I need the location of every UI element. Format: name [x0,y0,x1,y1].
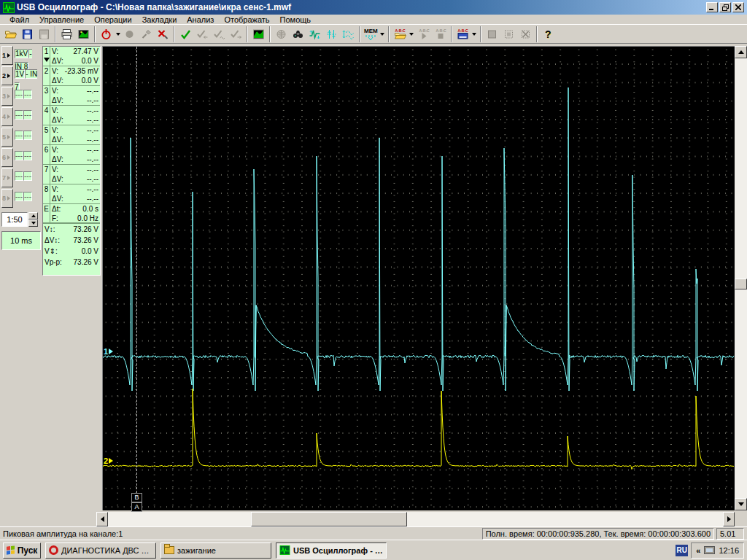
channel-5-input[interactable]: --- [23,131,32,140]
dv-value: --.-- [87,135,98,144]
menu-help[interactable]: Помощь [275,15,317,25]
open-script-button[interactable]: A:B:C [392,26,409,42]
dv-value: 0.0 V [82,76,98,85]
channel-arrow-icon [7,155,12,160]
v-value: --.-- [87,165,98,174]
help-button[interactable]: ? [540,26,557,42]
window-title: USB Осциллограф - C:\Новая папка\зажиган… [17,2,706,12]
channel-8-button[interactable]: 8 [1,189,13,208]
channel-3-input[interactable]: --- [23,90,32,99]
menu-file[interactable]: Файл [4,15,34,25]
search-button[interactable] [290,26,306,42]
channel-2-gain[interactable]: 1V [15,69,25,79]
menu-operations[interactable]: Операции [89,15,136,25]
channel-8-gain[interactable]: --- [15,192,23,201]
minimize-button[interactable] [706,2,718,12]
channel-3-gain[interactable]: --- [15,90,23,99]
channel-2-button[interactable]: 2 [1,66,13,85]
vertical-scrollbar[interactable] [735,46,747,510]
channel-5-button[interactable]: 5 [1,128,13,147]
channel-7-input[interactable]: --- [23,171,32,181]
channel-4-gain[interactable]: --- [15,110,23,120]
channel-arrow-icon [7,135,12,139]
channel-row: 5------ [1,128,41,148]
channel-3-button[interactable]: 3 [1,87,13,106]
measure-channel-number: 3 [44,86,49,96]
menu-analysis[interactable]: Анализ [182,15,219,25]
channel-7-gain[interactable]: --- [15,171,23,181]
oscilloscope-display[interactable]: 1 2 B A [102,46,735,510]
v-label: V: [52,145,58,155]
app-icon [3,2,15,13]
cursor-line[interactable] [136,47,137,493]
memory-dropdown[interactable] [379,26,386,42]
menu-control[interactable]: Управление [34,15,89,25]
channel-controls: 11kV- IN 821V- IN 73------4------5------… [1,46,41,209]
spectrum-view-button[interactable] [250,26,267,42]
measure-row-ch5: 5V:--.--ΔV:--.-- [43,125,100,145]
menu-bookmarks[interactable]: Закладки [137,15,182,25]
cursor-a-handle[interactable]: A [131,502,142,512]
measure-amplitude-button[interactable] [306,26,323,42]
channel-6-input[interactable]: --- [23,151,32,160]
horizontal-scroll-thumb[interactable] [251,512,407,526]
scale-wave-button[interactable] [340,26,357,42]
horizontal-scrollbar[interactable] [96,512,735,526]
open-file-button[interactable] [2,26,19,42]
acquisition-dropdown[interactable] [115,26,121,42]
print-button[interactable] [58,26,75,42]
channel-4-input[interactable]: --- [23,110,32,120]
timebase-button[interactable]: 10 ms [1,231,41,250]
v-label: V: [52,184,58,194]
v-value: --.-- [87,86,98,96]
tray-chevron-button[interactable]: « [696,546,700,555]
system-tray: « 12:16 [691,542,744,559]
taskbar-task-opera[interactable]: ДИАГНОСТИКА ДВС ос... [45,542,156,559]
apply-check-button[interactable] [177,26,194,42]
channel-6-button[interactable]: 6 [1,148,13,167]
start-acquisition-button[interactable] [98,26,115,42]
script-dropdown[interactable] [409,26,415,42]
vertical-scroll-thumb[interactable] [735,279,747,289]
script-editor-button[interactable]: A:B:C [454,26,471,42]
channel-1-button[interactable]: 1 [1,46,13,65]
taskbar-task-folder[interactable]: зажигание [160,542,271,559]
start-button[interactable]: Пуск [3,542,41,559]
restore-button[interactable] [719,2,731,12]
channel-5-gain[interactable]: --- [15,131,23,140]
scroll-down-button[interactable] [735,498,747,510]
v-value: --.-- [87,184,98,194]
scroll-right-button[interactable] [723,512,735,526]
channel-row: 4------ [1,107,41,128]
probe-divider-value[interactable]: 1:50 [1,212,28,227]
close-button[interactable] [732,2,744,12]
channel-7-button[interactable]: 7 [1,168,13,187]
memory-button[interactable]: МЕМ [363,26,379,42]
cursor-b-handle[interactable]: B [131,493,142,502]
editor-dropdown[interactable] [471,26,478,42]
scroll-left-button[interactable] [96,512,108,526]
divider-up-button[interactable] [28,212,38,219]
channel-4-button[interactable]: 4 [1,107,13,126]
language-indicator[interactable]: RU [676,545,688,556]
title-bar[interactable]: USB Осциллограф - C:\Новая папка\зажиган… [0,0,747,15]
menu-display[interactable]: Отображать [219,15,274,25]
menu-bar: Файл Управление Операции Закладки Анализ… [0,15,747,25]
v-label: V: [52,165,58,174]
save-button[interactable] [19,26,36,42]
measure-row-ch3: 3V:--.--ΔV:--.-- [43,86,100,106]
cursor-v2-label: V⇕: [44,246,58,257]
network-icon[interactable] [704,546,715,554]
channel-1-gain[interactable]: 1kV [15,49,28,58]
channel2-marker[interactable]: 2 [104,456,116,465]
channel-8-input[interactable]: --- [23,192,32,201]
measurement-panel: 1V:27.47 VΔV:0.0 V2V:-23.35 mVΔV:0.0 V3V… [42,46,101,276]
cursor-measure-button[interactable] [323,26,340,42]
delete-setup-button[interactable] [155,26,171,42]
channel1-marker[interactable]: 1 [104,347,116,356]
export-image-button[interactable] [75,26,92,42]
channel-6-gain[interactable]: --- [15,151,23,160]
divider-down-button[interactable] [28,219,38,227]
taskbar-task-oscilloscope[interactable]: USB Осциллограф - C... [276,542,387,559]
scroll-up-button[interactable] [735,46,747,58]
